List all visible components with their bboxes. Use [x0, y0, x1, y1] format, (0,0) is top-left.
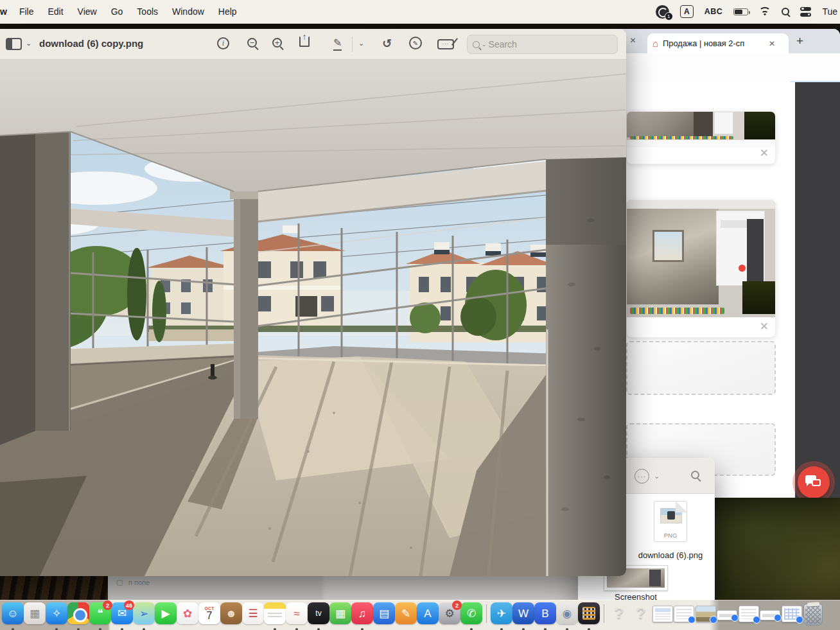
dock-item-whatsapp[interactable]: ✆ [460, 602, 482, 630]
dock-item-messages[interactable]: ❝2 [89, 602, 111, 630]
dock-item-photos[interactable]: ✿ [177, 602, 198, 630]
notification-badge: 2 [452, 600, 462, 610]
dock-item-minimized-window[interactable] [674, 602, 696, 630]
menu-bar-menus: FileEditViewGoToolsWindowHelp [12, 6, 244, 17]
dock-item-music[interactable]: ♫ [351, 602, 373, 630]
tab-close-icon[interactable]: ✕ [769, 39, 775, 48]
menu-view[interactable]: View [71, 6, 104, 17]
notification-badge: 46 [124, 600, 134, 610]
dock-item-mail[interactable]: ✉46 [111, 602, 133, 630]
dock-item-app-store[interactable]: A [417, 602, 439, 630]
tab-close-icon[interactable]: ✕ [629, 36, 636, 45]
control-center-icon[interactable] [800, 7, 811, 17]
dock-item-b-app[interactable]: B [534, 602, 556, 630]
input-source-icon[interactable]: A [680, 5, 694, 18]
zoom-in-icon[interactable]: + [272, 38, 282, 48]
dock-item-telegram[interactable]: ✈ [491, 602, 512, 630]
search-input[interactable] [489, 39, 598, 49]
maps-icon: ➢ [133, 602, 155, 624]
notification-badge: 2 [103, 600, 112, 610]
dock-item-reminders[interactable]: ☰ [242, 602, 264, 630]
spotlight-search-icon[interactable] [782, 8, 789, 15]
dock-item-trash[interactable] [803, 602, 825, 630]
minimized-window-icon [696, 606, 716, 622]
png-file-icon[interactable]: PNG [654, 501, 687, 542]
empty-upload-slot[interactable] [626, 341, 776, 395]
search-icon [473, 41, 480, 48]
dock-item-minimized-window[interactable] [738, 602, 760, 630]
dock-item-ms-word[interactable]: W [512, 602, 534, 630]
finder-icon: ☺ [2, 602, 24, 624]
active-tab[interactable]: ⌂ Продажа | новая 2-сп ✕ [647, 33, 789, 53]
search-icon[interactable] [691, 471, 699, 479]
sidebar-toggle-icon[interactable] [6, 38, 22, 50]
dock-item-maps[interactable]: ➢ [133, 602, 155, 630]
dock-item-keynote[interactable]: ▤ [373, 602, 395, 630]
dock-item-calculator[interactable] [578, 602, 600, 630]
facetime-icon: ▶ [155, 602, 177, 624]
preview-toolbar[interactable]: ⌄ download (6) copy.png i − + ✎ ⌄ ↺ ✎ ··… [0, 29, 626, 60]
dock-item-launchpad[interactable]: ▦ [24, 602, 46, 630]
dock-item-freeform[interactable]: ≈ [286, 602, 308, 630]
dock-item-finder[interactable]: ☺ [2, 602, 24, 630]
menu-window[interactable]: Window [165, 6, 211, 17]
uploaded-photo-card: ✕ [626, 111, 776, 164]
safari-icon: ✧ [46, 602, 67, 624]
tab-favicon-house-icon: ⌂ [652, 38, 658, 49]
status-app-icon[interactable]: 1 [656, 5, 669, 19]
dock-item-minimized-window[interactable] [760, 602, 782, 630]
search-field: ⌄ [467, 35, 618, 54]
menu-bar-clock[interactable]: Tue [822, 6, 837, 17]
menu-help[interactable]: Help [211, 6, 244, 17]
pages-icon: ✎ [395, 602, 417, 624]
remove-photo-icon[interactable]: ✕ [760, 320, 769, 333]
dock-item-safari[interactable]: ✧ [46, 602, 67, 630]
app-menu-partial[interactable]: w [0, 6, 12, 17]
remove-photo-icon[interactable]: ✕ [760, 146, 769, 160]
chat-widget-button[interactable] [798, 466, 830, 498]
fill-sign-icon[interactable]: ··· [437, 39, 454, 49]
wifi-icon[interactable] [759, 7, 771, 16]
dock-item-pages[interactable]: ✎ [395, 602, 417, 630]
battery-icon[interactable] [733, 8, 748, 15]
dock-item-facetime[interactable]: ▶ [155, 602, 177, 630]
markup-dropdown-icon[interactable]: ⌄ [358, 39, 364, 48]
dock-item-notes[interactable] [264, 602, 286, 630]
new-tab-button[interactable]: + [796, 34, 803, 48]
notification-badge: 1 [665, 12, 673, 21]
dock-item-apple-tv[interactable]: tv [308, 602, 329, 630]
b-app-icon: B [534, 602, 556, 624]
chat-bubble-icon [812, 479, 821, 486]
menu-go[interactable]: Go [104, 6, 130, 17]
markup-pencil-icon[interactable]: ✎ [333, 37, 342, 51]
dock-item-system-settings[interactable]: ⚙2 [439, 602, 460, 630]
dock-item-minimized-window[interactable] [695, 602, 717, 630]
dock-item-chrome[interactable] [67, 602, 89, 630]
minimized-window-icon [652, 606, 673, 622]
menu-tools[interactable]: Tools [130, 6, 165, 17]
share-icon[interactable] [299, 36, 310, 47]
dock-item-numbers[interactable]: ▦ [329, 602, 351, 630]
zoom-out-icon[interactable]: − [247, 38, 257, 48]
info-icon[interactable]: i [217, 37, 229, 49]
chevron-down-icon[interactable]: ⌄ [26, 39, 31, 48]
chevron-down-icon[interactable]: ⌄ [654, 472, 660, 480]
annotate-icon[interactable]: ✎ [409, 37, 422, 49]
apple-tv-icon: tv [308, 602, 329, 624]
launchpad-icon: ▦ [24, 602, 46, 624]
dock-item-minimized-window[interactable] [781, 602, 803, 630]
dock-item-contacts[interactable]: ☻ [220, 602, 242, 630]
faint-label: п попе [128, 579, 150, 586]
ms-word-icon: W [512, 602, 534, 624]
menu-edit[interactable]: Edit [40, 6, 70, 17]
input-source-label[interactable]: ABC [704, 7, 723, 16]
keynote-icon: ▤ [373, 602, 395, 624]
menu-file[interactable]: File [12, 6, 41, 17]
dock-item-minimized-window[interactable] [652, 602, 674, 630]
upload-card-thumbnail [627, 112, 775, 147]
dock-item-preview-app[interactable]: ◉ [556, 602, 578, 630]
dock-item-calendar[interactable]: OCT7 [198, 602, 220, 630]
dock-item-minimized-window[interactable] [717, 602, 739, 630]
rotate-left-icon[interactable]: ↺ [382, 37, 392, 51]
more-options-icon[interactable]: ··· [634, 469, 649, 484]
